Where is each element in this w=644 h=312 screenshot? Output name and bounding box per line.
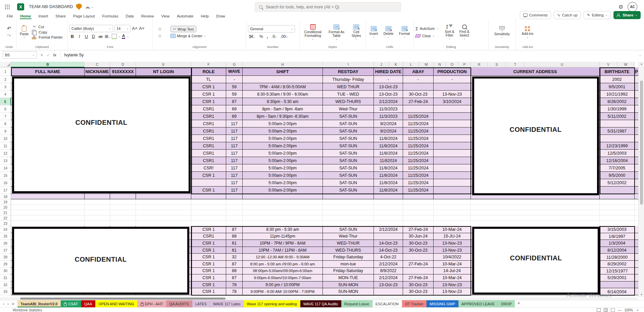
sheet-tab-csat[interactable]: CSAT: [61, 300, 81, 308]
cell-VW32[interactable]: [600, 281, 635, 289]
zoom-out-icon[interactable]: —: [618, 308, 621, 312]
cell-NOP25[interactable]: 15-JU-24: [434, 233, 471, 240]
align-top-button[interactable]: [154, 28, 157, 31]
sheet-tab-request-leave[interactable]: Request Leave: [341, 300, 373, 308]
double-underline-button[interactable]: D: [91, 34, 96, 39]
all-sheets-icon[interactable]: ≡: [12, 302, 14, 306]
cell-X28[interactable]: [635, 254, 638, 261]
cell-LM12[interactable]: 11/25/2024: [403, 150, 434, 157]
cell-E1[interactable]: NT LOGIN: [136, 67, 191, 76]
align-middle-button[interactable]: [158, 28, 161, 31]
cell-E23[interactable]: [136, 221, 191, 226]
cell-X8[interactable]: [635, 120, 638, 127]
cell-C21[interactable]: [85, 210, 110, 215]
save-status-chevron-icon[interactable]: ⌄: [91, 5, 94, 8]
merge-center-button[interactable]: ↔Merge & Center⌄: [170, 34, 206, 38]
cell-JK11[interactable]: 11/8/2024: [374, 142, 403, 150]
sheet-tab-ot-tracker[interactable]: OT Tracker: [402, 300, 427, 308]
cell-LM32[interactable]: 30-Oct-23: [403, 281, 434, 289]
column-header-G[interactable]: G: [226, 62, 243, 67]
cell-B1[interactable]: FULL NAME: [11, 67, 85, 76]
cell-VW16[interactable]: 5/12/2002: [600, 179, 635, 187]
bold-button[interactable]: B: [69, 34, 75, 39]
sheet-tab-open-and-waiting[interactable]: OPEN AND WAITING: [95, 300, 138, 308]
cell-X10[interactable]: [635, 135, 638, 142]
row-header-20[interactable]: 20: [0, 205, 11, 210]
cell-NOP12[interactable]: [434, 150, 471, 157]
cell-G26[interactable]: 61: [226, 240, 243, 247]
menu-tab-formulas[interactable]: Formulas: [99, 14, 122, 19]
row-header-26[interactable]: 26: [0, 240, 11, 247]
cell-I10[interactable]: SAT-SUN: [323, 135, 374, 142]
cell-JK1[interactable]: HIRED DATE: [374, 67, 403, 76]
cell-I7[interactable]: SAT-SUN: [323, 113, 374, 120]
cell-VW29[interactable]: 8/29/2002: [600, 261, 635, 268]
align-left-button[interactable]: [154, 35, 157, 37]
cell-LM13[interactable]: 11/25/2024: [403, 157, 434, 164]
cell-NOP28[interactable]: 10/4/2022: [434, 254, 471, 261]
format-painter-button[interactable]: Format Painter: [32, 35, 62, 39]
cell-LM24[interactable]: 27-Feb-24: [403, 226, 434, 233]
column-header-N[interactable]: N: [434, 62, 446, 67]
cell-G6[interactable]: 69: [226, 105, 243, 113]
cell-RSTU22[interactable]: [471, 215, 600, 221]
comma-format-button[interactable]: ,: [267, 34, 268, 39]
cell-I8[interactable]: SAT-SUN: [323, 120, 374, 127]
cell-F7[interactable]: CSR1: [191, 113, 226, 120]
cell-G18[interactable]: [226, 194, 243, 199]
cell-I3[interactable]: WED THUR: [323, 83, 374, 91]
cell-JK6[interactable]: 11/3/2023: [374, 105, 403, 113]
format-cells-button[interactable]: ✎Format⌄: [397, 25, 412, 38]
autosum-button[interactable]: ΣAutoSum⌄: [415, 26, 439, 31]
column-header-L[interactable]: L: [403, 62, 419, 67]
cell-G23[interactable]: [226, 221, 243, 226]
cell-NOP6[interactable]: [434, 105, 471, 113]
row-header-32[interactable]: 32: [0, 281, 11, 289]
cell-B18[interactable]: [11, 194, 85, 199]
cell-LM9[interactable]: 11/25/2024: [403, 127, 434, 135]
cell-F8[interactable]: CSR1: [191, 120, 226, 127]
cell-X14[interactable]: [635, 164, 638, 172]
cell-X4[interactable]: [635, 91, 638, 98]
row-header-10[interactable]: 10: [0, 135, 11, 142]
increase-decimal-button[interactable]: .00»: [280, 34, 288, 39]
document-title[interactable]: TEAM ABI DASBOARD: [29, 4, 73, 9]
prev-sheet-icon[interactable]: ‹: [3, 302, 4, 306]
cell-F19[interactable]: [191, 199, 226, 205]
align-right-button[interactable]: [162, 35, 165, 37]
sheet-tab-lates[interactable]: LATES: [192, 300, 210, 308]
underline-button[interactable]: U: [84, 34, 89, 39]
cell-styles-button[interactable]: ✎Cell Styles⌄: [350, 24, 363, 40]
menu-tab-review[interactable]: Review: [138, 14, 157, 19]
app-launcher-icon[interactable]: [5, 4, 10, 9]
row-header-9[interactable]: 9: [0, 127, 11, 135]
percent-format-button[interactable]: %: [259, 34, 263, 39]
cell-G16[interactable]: 117: [226, 179, 243, 187]
account-avatar[interactable]: AC: [628, 2, 637, 12]
cell-VW19[interactable]: [600, 199, 635, 205]
cell-JK29[interactable]: 2/12/2024: [374, 261, 403, 268]
cut-button[interactable]: ✂Cut: [32, 24, 62, 29]
catch-up-button[interactable]: ∿Catch up: [554, 11, 581, 19]
row-header-25[interactable]: 25: [0, 233, 11, 240]
cell-F21[interactable]: [191, 210, 226, 215]
menu-tab-automate[interactable]: Automate: [174, 14, 197, 19]
cell-X1[interactable]: P: [635, 67, 638, 76]
cell-JK31[interactable]: 2/12/2024: [374, 274, 403, 281]
row-header-21[interactable]: 21: [0, 210, 11, 215]
cell-H29[interactable]: 8:00 pm - 5:00 am //9:00 pm - 6:00 am: [243, 261, 323, 268]
cell-H14[interactable]: 5:00am-2:00pm: [243, 164, 323, 172]
row-header-18[interactable]: 18: [0, 194, 11, 199]
row-header-23[interactable]: 23: [0, 221, 11, 226]
cell-H22[interactable]: [243, 215, 323, 221]
cell-I4[interactable]: TUE - WED: [323, 91, 374, 98]
cell-RSTU20[interactable]: [471, 205, 600, 210]
cell-C22[interactable]: [85, 215, 110, 221]
cell-JK16[interactable]: 11/8/2024: [374, 179, 403, 187]
redo-icon[interactable]: ↷: [7, 33, 11, 38]
cell-NOP20[interactable]: [434, 205, 471, 210]
cell-LM6[interactable]: [403, 105, 434, 113]
cell-JK26[interactable]: 14-Oct-23: [374, 240, 403, 247]
cell-G20[interactable]: [226, 205, 243, 210]
search-input[interactable]: [265, 4, 387, 10]
